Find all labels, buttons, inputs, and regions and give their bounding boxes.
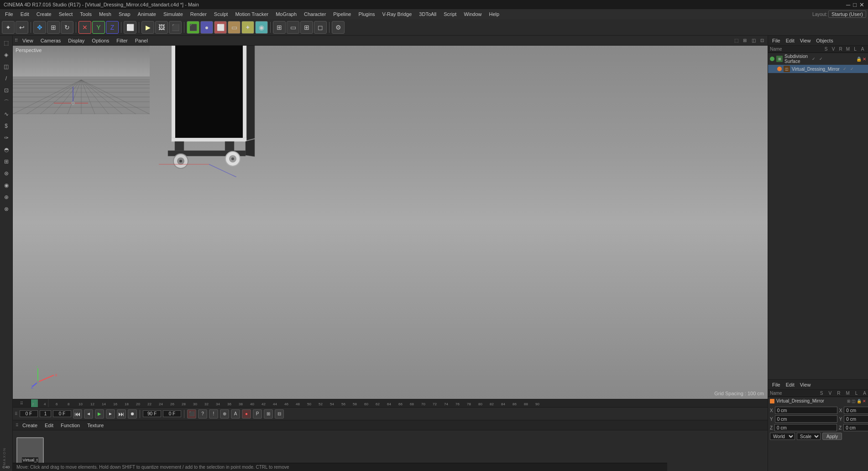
attr-y-rot[interactable] [844, 415, 868, 423]
mat-texture-menu[interactable]: Texture [87, 423, 104, 428]
menu-3dtoall[interactable]: 3DToAll [416, 10, 439, 18]
record-button[interactable]: ⏺ [128, 409, 137, 419]
vp-cameras-menu[interactable]: Cameras [38, 37, 64, 44]
attr-icon-2[interactable]: ◫ [852, 399, 856, 403]
left-bend-button[interactable]: ◉ [1, 180, 12, 191]
vp-icon-4[interactable]: ⊡ [758, 37, 766, 44]
mat-create-menu[interactable]: Create [22, 423, 37, 428]
apply-button[interactable]: Apply [822, 433, 842, 440]
next-frame-button[interactable]: ► [106, 409, 115, 419]
question-button[interactable]: ? [198, 409, 207, 419]
add-keyframe-button[interactable]: ⊕ [220, 409, 229, 419]
menu-vray[interactable]: V-Ray Bridge [379, 10, 415, 18]
attr-view-menu[interactable]: View [798, 382, 813, 388]
left-bspline-button[interactable]: ∿ [1, 109, 12, 120]
left-pen-button[interactable]: ✑ [1, 132, 12, 143]
light-button[interactable]: ✦ [241, 21, 254, 34]
timeline-button[interactable]: ⊞ [264, 409, 273, 419]
obj-objects-menu[interactable]: Objects [814, 37, 835, 44]
subdiv-r[interactable] [825, 57, 831, 61]
attr-y-pos[interactable] [775, 415, 837, 423]
left-deform-button[interactable]: ⊛ [1, 168, 12, 179]
left-layers-button[interactable]: ⊞ [1, 156, 12, 167]
subdiv-close-icon[interactable]: ✕ [863, 57, 866, 62]
scale-tool-button[interactable]: ⊞ [47, 21, 60, 34]
attr-icon-lock[interactable]: 🔒 [857, 399, 862, 403]
attr-file-menu[interactable]: File [770, 382, 783, 388]
left-dollar-button[interactable]: $ [1, 120, 12, 131]
select-z-button[interactable]: Z [106, 21, 119, 34]
render-button[interactable]: ▶ [141, 21, 154, 34]
timeline-ruler[interactable]: ⠿ 2 4 6 8 10 12 14 16 18 [13, 399, 768, 407]
material-swatch[interactable]: Virtual_t [16, 437, 44, 465]
grid-button[interactable]: ⊞ [300, 21, 313, 34]
menu-character[interactable]: Character [301, 10, 329, 18]
vp-icon-2[interactable]: ⊞ [741, 37, 748, 44]
menu-tools[interactable]: Tools [77, 10, 95, 18]
prev-keyframe-button[interactable]: ⏮ [73, 409, 82, 419]
attr-z-pos[interactable] [774, 424, 837, 431]
mirror-r[interactable] [856, 67, 863, 71]
obj-item-mirror[interactable]: ◫ Virtual_Dressing_Mirror ✓ ✓ 🔒 ✕ [768, 65, 868, 73]
vp-options-menu[interactable]: Options [89, 37, 112, 44]
vp-icon-3[interactable]: ◫ [750, 37, 757, 44]
left-sculpt-button[interactable]: ◓ [1, 144, 12, 155]
coord-world-dropdown[interactable]: World Object [770, 433, 795, 440]
attr-edit-menu[interactable]: Edit [784, 382, 797, 388]
stop-render-button[interactable]: ⬛ [169, 21, 182, 34]
left-paint-button[interactable]: ◈ [1, 49, 12, 60]
mirror-s[interactable]: ✓ [842, 67, 848, 71]
attr-x-pos[interactable] [775, 407, 837, 414]
left-bridge-button[interactable]: ⊡ [1, 85, 12, 96]
menu-file[interactable]: File [2, 10, 16, 18]
vp-filter-menu[interactable]: Filter [114, 37, 130, 44]
menu-mesh[interactable]: Mesh [96, 10, 115, 18]
plane-button[interactable]: ▭ [228, 21, 241, 34]
prev-frame-button[interactable]: ◄ [84, 409, 93, 419]
dope-button[interactable]: ⊟ [275, 409, 284, 419]
cylinder-button[interactable]: ⬜ [214, 21, 227, 34]
menu-animate[interactable]: Animate [135, 10, 159, 18]
left-twist-button[interactable]: ⊕ [1, 192, 12, 203]
maximize-button[interactable]: □ [853, 1, 857, 8]
render-settings-button[interactable]: ⚙ [332, 21, 345, 34]
scheme-button[interactable]: P [253, 409, 262, 419]
menu-create[interactable]: Create [33, 10, 55, 18]
left-spline-button[interactable]: ⌒ [1, 97, 12, 108]
obj-item-subdivision[interactable]: ⊞ Subdivision Surface ✓ ✓ 🔒 ✕ [768, 53, 868, 65]
new-object-button[interactable]: ✦ [2, 21, 15, 34]
subdiv-lock-icon[interactable]: 🔒 [856, 57, 862, 62]
frame-end-field[interactable] [143, 410, 161, 417]
background-button[interactable]: ◻ [314, 21, 327, 34]
subdiv-m[interactable] [832, 57, 839, 61]
sphere-button[interactable]: ● [200, 21, 213, 34]
help-anim-button[interactable]: ! [209, 409, 218, 419]
subdiv-v[interactable]: ✓ [818, 57, 824, 61]
frame-start-field[interactable] [20, 410, 38, 417]
snap-button[interactable]: ⊞ [273, 21, 286, 34]
frame-current-field[interactable] [40, 410, 51, 417]
subdiv-l[interactable] [840, 57, 846, 61]
left-knife-button[interactable]: / [1, 73, 12, 84]
select-y-button[interactable]: Y [92, 21, 105, 34]
frame-field[interactable] [53, 410, 71, 417]
obj-file-menu[interactable]: File [770, 37, 783, 44]
menu-window[interactable]: Window [460, 10, 485, 18]
menu-select[interactable]: Select [56, 10, 76, 18]
obj-edit-menu[interactable]: Edit [784, 37, 797, 44]
menu-script[interactable]: Script [440, 10, 460, 18]
vp-icon-1[interactable]: ⬚ [732, 37, 740, 44]
cube-button[interactable]: ⬛ [187, 21, 199, 34]
vp-display-menu[interactable]: Display [65, 37, 87, 44]
camera-button[interactable]: ◉ [255, 21, 268, 34]
attr-x-rot[interactable] [844, 407, 868, 414]
menu-render[interactable]: Render [187, 10, 210, 18]
layout-selector[interactable]: Startup (User) [828, 10, 866, 18]
rotate-tool-button[interactable]: ↻ [61, 21, 73, 34]
move-tool-button[interactable]: ✥ [33, 21, 46, 34]
vp-panel-menu[interactable]: Panel [132, 37, 151, 44]
coord-scale-dropdown[interactable]: Scale [797, 433, 821, 440]
menu-help[interactable]: Help [486, 10, 503, 18]
stop-button[interactable]: ⬛ [187, 409, 196, 419]
menu-mograph[interactable]: MoGraph [272, 10, 300, 18]
